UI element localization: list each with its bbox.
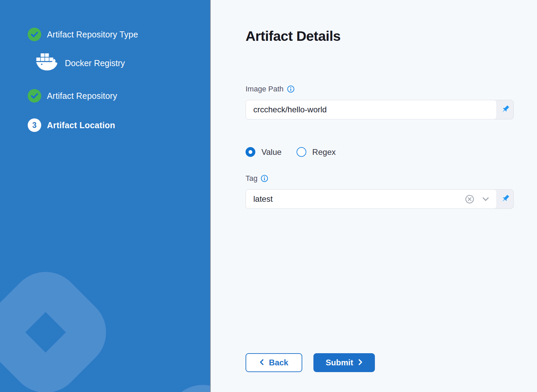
- step-artifact-repository[interactable]: Artifact Repository: [0, 89, 210, 103]
- submit-button-label: Submit: [326, 358, 353, 367]
- chevron-right-icon: [358, 358, 363, 367]
- info-icon[interactable]: [261, 175, 268, 182]
- image-path-label: Image Path: [246, 84, 284, 94]
- tag-label-row: Tag: [246, 174, 537, 183]
- wizard-sidebar: Artifact Repository Type: [0, 0, 211, 392]
- radio-option-regex[interactable]: Regex: [297, 147, 336, 157]
- image-path-input[interactable]: [253, 105, 489, 114]
- radio-unselected-icon[interactable]: [297, 147, 306, 157]
- step-artifact-location[interactable]: 3 Artifact Location: [0, 118, 210, 132]
- docker-icon: [36, 53, 58, 73]
- chevron-down-icon[interactable]: [482, 197, 489, 201]
- image-path-input-wrap: [246, 100, 497, 119]
- step-label-current: Artifact Location: [47, 120, 115, 130]
- submit-button[interactable]: Submit: [313, 353, 375, 372]
- step-complete-check-icon: [28, 28, 41, 41]
- clear-icon[interactable]: [465, 195, 474, 204]
- radio-label: Regex: [312, 147, 336, 157]
- substep-docker-registry[interactable]: Docker Registry: [0, 54, 210, 72]
- step-number-badge: 3: [28, 118, 41, 132]
- radio-label: Value: [261, 147, 282, 157]
- back-button[interactable]: Back: [246, 353, 302, 372]
- step-label: Artifact Repository Type: [47, 30, 138, 39]
- tag-input-wrap: [246, 190, 497, 208]
- tag-input-group: [246, 189, 514, 209]
- wizard-footer-buttons: Back Submit: [246, 353, 537, 372]
- image-path-input-group: [246, 100, 514, 119]
- tag-label: Tag: [246, 174, 257, 183]
- artifact-details-panel: Artifact Details Image Path: [211, 0, 537, 392]
- chevron-left-icon: [259, 358, 264, 367]
- pushpin-icon: [500, 194, 510, 205]
- value-type-radio-group: Value Regex: [246, 147, 537, 157]
- pin-button[interactable]: [497, 190, 513, 208]
- step-artifact-repository-type[interactable]: Artifact Repository Type: [0, 28, 210, 41]
- step-complete-check-icon: [28, 89, 41, 103]
- radio-option-value[interactable]: Value: [246, 147, 282, 157]
- substep-label: Docker Registry: [65, 58, 125, 68]
- back-button-label: Back: [269, 358, 288, 367]
- tag-input[interactable]: [253, 194, 457, 204]
- step-label: Artifact Repository: [47, 91, 117, 101]
- image-path-label-row: Image Path: [246, 84, 537, 94]
- info-icon[interactable]: [287, 85, 295, 93]
- artifact-wizard-window: Artifact Repository Type: [0, 0, 537, 392]
- pin-button[interactable]: [497, 100, 513, 119]
- page-title: Artifact Details: [246, 28, 537, 45]
- radio-selected-icon[interactable]: [246, 147, 255, 157]
- pushpin-icon: [500, 104, 510, 115]
- wizard-steps: Artifact Repository Type: [0, 0, 210, 132]
